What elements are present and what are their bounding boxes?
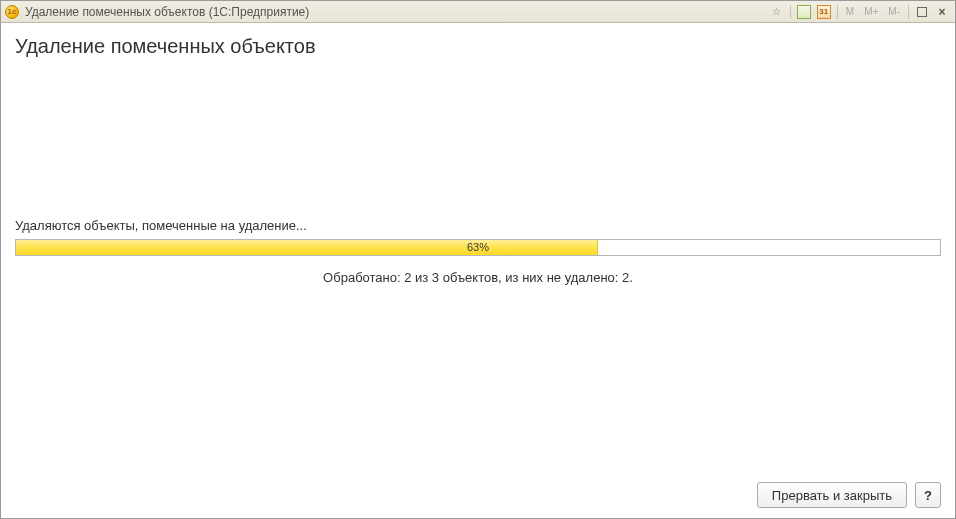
maximize-icon — [917, 7, 927, 17]
calc-m-button[interactable]: M — [842, 4, 858, 20]
processed-summary: Обработано: 2 из 3 объектов, из них не у… — [15, 270, 941, 285]
footer: Прервать и закрыть ? — [15, 474, 941, 508]
window-title: Удаление помеченных объектов (1С:Предпри… — [25, 5, 309, 19]
help-button[interactable]: ? — [915, 482, 941, 508]
titlebar-separator — [908, 5, 909, 19]
page-title: Удаление помеченных объектов — [15, 35, 941, 58]
app-icon: 1c — [5, 5, 19, 19]
titlebar-separator — [837, 5, 838, 19]
calendar-icon — [797, 5, 811, 19]
calc-m-minus-button[interactable]: M- — [884, 4, 904, 20]
close-button[interactable]: × — [933, 4, 951, 20]
titlebar-right: ☆ 31 M M+ M- × — [768, 4, 951, 20]
calendar-day-icon: 31 — [817, 5, 831, 19]
titlebar: 1c Удаление помеченных объектов (1С:Пред… — [1, 1, 955, 23]
calendar-button-2[interactable]: 31 — [815, 4, 833, 20]
titlebar-left: 1c Удаление помеченных объектов (1С:Пред… — [5, 5, 768, 19]
titlebar-separator — [790, 5, 791, 19]
cancel-close-button[interactable]: Прервать и закрыть — [757, 482, 907, 508]
favorite-button[interactable]: ☆ — [768, 4, 786, 20]
close-icon: × — [938, 5, 945, 19]
content-area: Удаление помеченных объектов Удаляются о… — [1, 23, 955, 518]
status-text: Удаляются объекты, помеченные на удалени… — [15, 218, 941, 233]
window: 1c Удаление помеченных объектов (1С:Пред… — [0, 0, 956, 519]
maximize-button[interactable] — [913, 4, 931, 20]
calc-m-plus-button[interactable]: M+ — [860, 4, 882, 20]
calendar-button-1[interactable] — [795, 4, 813, 20]
progress-bar: 63% — [15, 239, 941, 256]
star-icon: ☆ — [772, 6, 781, 17]
progress-label: 63% — [16, 240, 940, 255]
